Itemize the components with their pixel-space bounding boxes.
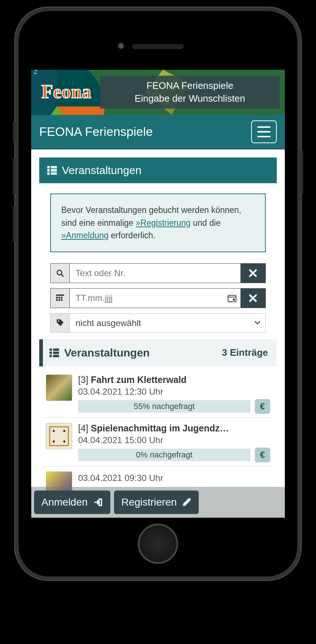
svg-rect-16 bbox=[60, 299, 62, 301]
login-link[interactable]: »Anmeldung bbox=[61, 231, 109, 240]
svg-rect-5 bbox=[51, 172, 57, 175]
edit-icon bbox=[182, 498, 191, 507]
svg-point-6 bbox=[57, 270, 62, 275]
clear-date-button[interactable] bbox=[240, 289, 265, 308]
event-thumbnail bbox=[46, 423, 72, 449]
app-screen: Ferienspiele mit Feona FEONA Ferienspiel… bbox=[31, 70, 285, 518]
grid-icon bbox=[49, 348, 59, 357]
svg-rect-0 bbox=[47, 166, 50, 169]
bottom-action-bar: Anmelden Registrieren bbox=[31, 487, 285, 518]
svg-rect-1 bbox=[51, 166, 57, 169]
grid-icon bbox=[47, 166, 57, 175]
svg-rect-13 bbox=[60, 297, 62, 299]
event-item[interactable]: [4] Spielenachmittag im Jugendz… 04.04.2… bbox=[42, 418, 274, 466]
logo-text: Feona bbox=[41, 81, 91, 102]
svg-point-22 bbox=[58, 321, 59, 322]
search-input[interactable] bbox=[70, 264, 240, 283]
phone-home-button bbox=[138, 524, 178, 564]
svg-rect-26 bbox=[53, 351, 59, 354]
info-text: und die bbox=[193, 218, 220, 228]
filter-tag-row: nicht ausgewählt bbox=[50, 313, 266, 333]
svg-rect-27 bbox=[49, 355, 52, 357]
list-header: Veranstaltungen 3 Einträge bbox=[39, 339, 277, 366]
panel-body: Bevor Veranstaltungen gebucht werden kön… bbox=[39, 183, 277, 502]
content: Veranstaltungen Bevor Veranstaltungen ge… bbox=[31, 149, 285, 502]
login-button[interactable]: Anmelden bbox=[34, 491, 110, 514]
svg-rect-17 bbox=[228, 295, 236, 302]
menu-button[interactable] bbox=[251, 120, 277, 143]
svg-rect-14 bbox=[56, 299, 58, 301]
event-title: [4] Spielenachmittag im Jugendz… bbox=[78, 423, 270, 434]
logo-side-text: Ferienspiele mit bbox=[33, 70, 38, 74]
section-header: Veranstaltungen bbox=[39, 158, 277, 183]
phone-side-button bbox=[13, 158, 15, 195]
phone-side-button bbox=[301, 151, 303, 195]
list-title: Veranstaltungen bbox=[64, 347, 150, 359]
event-list: [3] Fahrt zum Kletterwald 03.04.2021 12:… bbox=[39, 366, 277, 502]
event-title: [3] Fahrt zum Kletterwald bbox=[78, 375, 270, 385]
search-icon bbox=[51, 264, 70, 283]
event-datetime: 03.04.2021 12:30 Uhr bbox=[78, 387, 270, 397]
filter-date-row bbox=[50, 288, 266, 308]
demand-bar: 0% nachgefragt bbox=[78, 449, 250, 461]
phone-side-button bbox=[13, 206, 15, 242]
svg-rect-2 bbox=[47, 169, 50, 172]
euro-icon[interactable]: € bbox=[255, 399, 270, 414]
info-text: erforderlich. bbox=[111, 231, 155, 240]
svg-rect-12 bbox=[58, 297, 60, 299]
svg-rect-4 bbox=[47, 172, 50, 175]
demand-bar: 55% nachgefragt bbox=[78, 400, 250, 413]
register-link[interactable]: »Registrierung bbox=[136, 218, 191, 228]
svg-line-7 bbox=[61, 274, 63, 276]
svg-rect-23 bbox=[49, 348, 52, 351]
hamburger-icon bbox=[257, 126, 271, 128]
banner: Ferienspiele mit Feona FEONA Ferienspiel… bbox=[31, 70, 285, 115]
phone-frame: Ferienspiele mit Feona FEONA Ferienspiel… bbox=[15, 7, 301, 580]
event-item[interactable]: [3] Fahrt zum Kletterwald 03.04.2021 12:… bbox=[42, 369, 274, 418]
svg-rect-29 bbox=[99, 499, 102, 505]
tag-select[interactable]: nicht ausgewählt bbox=[70, 314, 249, 332]
svg-rect-11 bbox=[56, 297, 58, 299]
svg-rect-15 bbox=[58, 299, 60, 301]
banner-title-box: FEONA Ferienspiele Eingabe der Wunschlis… bbox=[100, 76, 280, 109]
login-icon bbox=[93, 498, 103, 507]
event-datetime: 03.04.2021 09:30 Uhr bbox=[78, 473, 270, 483]
info-box: Bevor Veranstaltungen gebucht werden kön… bbox=[50, 193, 266, 252]
calendar-icon[interactable] bbox=[224, 289, 240, 308]
filters: nicht ausgewählt bbox=[39, 263, 277, 333]
chevron-down-icon bbox=[249, 314, 265, 332]
nav-title[interactable]: FEONA Ferienspiele bbox=[39, 124, 153, 139]
section-title: Veranstaltungen bbox=[62, 164, 142, 177]
filter-text-row bbox=[50, 263, 266, 283]
tag-icon bbox=[51, 314, 70, 332]
banner-title-line2: Eingabe der Wunschlisten bbox=[107, 92, 273, 105]
phone-camera bbox=[118, 43, 124, 49]
navbar: FEONA Ferienspiele bbox=[31, 115, 285, 149]
banner-title-line1: FEONA Ferienspiele bbox=[107, 79, 273, 92]
event-datetime: 04.04.2021 15:00 Uhr bbox=[78, 435, 270, 445]
register-button[interactable]: Registrieren bbox=[114, 491, 199, 514]
svg-point-19 bbox=[233, 299, 235, 300]
list-count: 3 Einträge bbox=[222, 347, 268, 358]
svg-rect-10 bbox=[56, 294, 64, 296]
phone-side-button bbox=[13, 121, 15, 143]
date-grid-icon bbox=[51, 289, 70, 308]
svg-rect-25 bbox=[49, 351, 52, 354]
euro-icon[interactable]: € bbox=[255, 448, 270, 462]
svg-rect-28 bbox=[53, 355, 59, 357]
svg-rect-3 bbox=[51, 169, 57, 172]
clear-text-button[interactable] bbox=[240, 264, 265, 283]
svg-rect-24 bbox=[53, 348, 59, 351]
date-input[interactable] bbox=[70, 289, 224, 308]
phone-earpiece bbox=[132, 44, 184, 49]
event-thumbnail bbox=[46, 375, 72, 401]
